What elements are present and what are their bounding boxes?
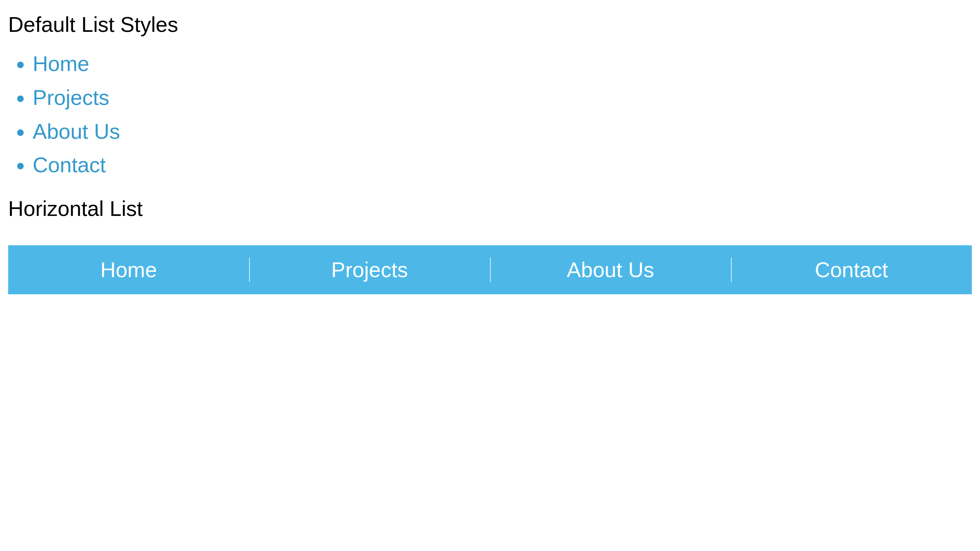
nav-link-about[interactable]: About Us xyxy=(567,258,654,282)
nav-item-home[interactable]: Home xyxy=(8,258,249,282)
default-list: Home Projects About Us Contact xyxy=(8,49,972,180)
horizontal-nav: Home Projects About Us Contact xyxy=(8,245,972,294)
default-list-heading: Default List Styles xyxy=(8,12,972,37)
list-item: Home xyxy=(33,49,972,79)
nav-item-projects[interactable]: Projects xyxy=(249,258,490,282)
nav-link-projects[interactable]: Projects xyxy=(331,258,408,282)
nav-item-contact[interactable]: Contact xyxy=(731,258,972,282)
page-wrapper: Default List Styles Home Projects About … xyxy=(0,0,980,307)
nav-link-home[interactable]: Home xyxy=(100,258,157,282)
list-item: About Us xyxy=(33,117,972,147)
list-item: Contact xyxy=(33,150,972,180)
list-item: Projects xyxy=(33,83,972,113)
nav-link-contact[interactable]: Contact xyxy=(815,258,888,282)
nav-item-about[interactable]: About Us xyxy=(490,258,731,282)
horizontal-list-heading: Horizontal List xyxy=(8,196,972,221)
